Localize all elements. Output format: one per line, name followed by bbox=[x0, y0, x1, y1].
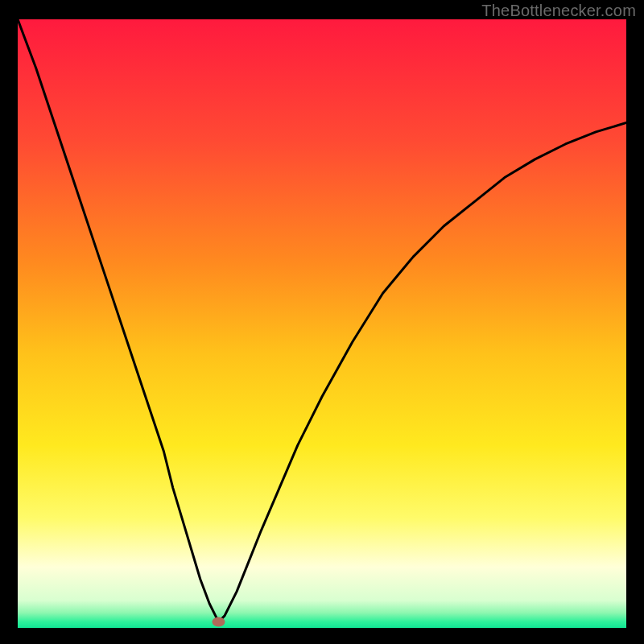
gradient-background bbox=[18, 19, 626, 628]
optimum-marker bbox=[212, 617, 225, 626]
chart-container: TheBottlenecker.com bbox=[0, 0, 644, 644]
watermark-text: TheBottlenecker.com bbox=[481, 2, 636, 20]
plot-area bbox=[18, 19, 626, 628]
chart-svg bbox=[18, 19, 626, 628]
